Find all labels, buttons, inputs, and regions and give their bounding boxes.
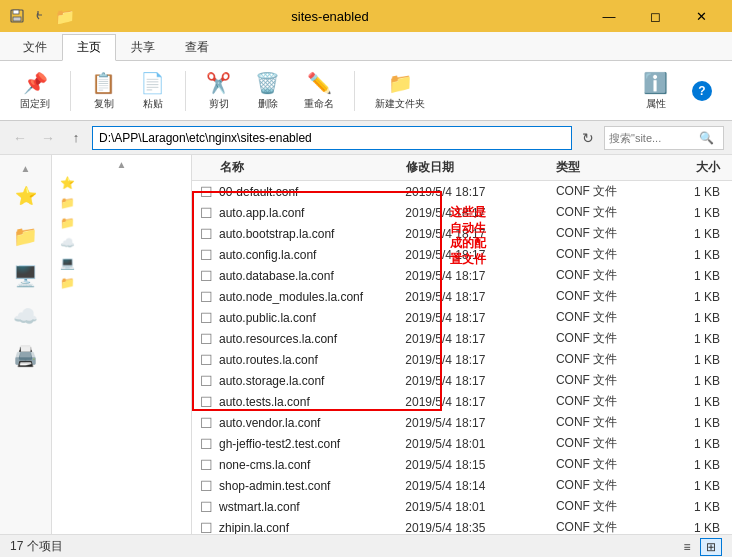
- col-header-date[interactable]: 修改日期: [398, 159, 548, 176]
- pin-button[interactable]: 📌 固定到: [12, 67, 58, 115]
- tree-item-onedrive[interactable]: ☁️: [52, 233, 191, 253]
- tree-item-2[interactable]: 📁: [52, 213, 191, 233]
- save-icon[interactable]: [8, 7, 26, 25]
- copy-icon: 📋: [91, 71, 116, 95]
- tree-item-3[interactable]: 📁: [52, 273, 191, 293]
- refresh-button[interactable]: ↻: [576, 126, 600, 150]
- list-view-button[interactable]: ≡: [676, 538, 698, 556]
- forward-button[interactable]: →: [36, 126, 60, 150]
- delete-icon: 🗑️: [255, 71, 280, 95]
- file-type: CONF 文件: [548, 288, 663, 305]
- file-type: CONF 文件: [548, 519, 663, 534]
- copy-button[interactable]: 📋 复制: [83, 67, 124, 115]
- paste-icon: 📄: [140, 71, 165, 95]
- sidebar-item-star[interactable]: ⭐: [6, 178, 46, 214]
- table-row[interactable]: ☐ 00-default.conf 2019/5/4 18:17 CONF 文件…: [192, 181, 732, 202]
- table-row[interactable]: ☐ zhipin.la.conf 2019/5/4 18:35 CONF 文件 …: [192, 517, 732, 534]
- file-type: CONF 文件: [548, 414, 663, 431]
- sidebar-item-folder[interactable]: 📁: [6, 218, 46, 254]
- sidebar-item-printer[interactable]: 🖨️: [6, 338, 46, 374]
- undo-icon[interactable]: [32, 7, 50, 25]
- status-bar: 17 个项目 ≡ ⊞: [0, 534, 732, 557]
- table-row[interactable]: ☐ auto.tests.la.conf 2019/5/4 18:17 CONF…: [192, 391, 732, 412]
- table-row[interactable]: ☐ wstmart.la.conf 2019/5/4 18:01 CONF 文件…: [192, 496, 732, 517]
- tree-scroll-up-btn[interactable]: ▲: [52, 155, 191, 173]
- sidebar-item-computer[interactable]: 🖥️: [6, 258, 46, 294]
- tree-item-1[interactable]: 📁: [52, 193, 191, 213]
- ribbon-divider-2: [185, 71, 186, 111]
- table-row[interactable]: ☐ none-cms.la.conf 2019/5/4 18:15 CONF 文…: [192, 454, 732, 475]
- file-type: CONF 文件: [548, 372, 663, 389]
- back-button[interactable]: ←: [8, 126, 32, 150]
- ribbon-divider-1: [70, 71, 71, 111]
- search-input[interactable]: [605, 132, 695, 144]
- file-icon: ☐: [200, 436, 213, 452]
- newfolder-button[interactable]: 📁 新建文件夹: [367, 67, 433, 115]
- table-row[interactable]: ☐ auto.storage.la.conf 2019/5/4 18:17 CO…: [192, 370, 732, 391]
- table-row[interactable]: ☐ auto.database.la.conf 2019/5/4 18:17 C…: [192, 265, 732, 286]
- file-date: 2019/5/4 18:17: [397, 227, 548, 241]
- newfolder-label: 新建文件夹: [375, 97, 425, 111]
- paste-button[interactable]: 📄 粘贴: [132, 67, 173, 115]
- tab-view[interactable]: 查看: [170, 34, 224, 60]
- file-size: 1 KB: [663, 395, 732, 409]
- file-name: auto.config.la.conf: [219, 248, 397, 262]
- file-icon: ☐: [200, 415, 213, 431]
- file-name: auto.resources.la.conf: [219, 332, 397, 346]
- file-type: CONF 文件: [548, 456, 663, 473]
- window-controls: — ◻ ✕: [586, 0, 724, 32]
- col-header-size[interactable]: 大小: [663, 159, 732, 176]
- file-type: CONF 文件: [548, 393, 663, 410]
- table-row[interactable]: ☐ shop-admin.test.conf 2019/5/4 18:14 CO…: [192, 475, 732, 496]
- address-input[interactable]: [92, 126, 572, 150]
- minimize-button[interactable]: —: [586, 0, 632, 32]
- table-row[interactable]: ☐ auto.resources.la.conf 2019/5/4 18:17 …: [192, 328, 732, 349]
- table-row[interactable]: ☐ auto.routes.la.conf 2019/5/4 18:17 CON…: [192, 349, 732, 370]
- file-icon: ☐: [200, 478, 213, 494]
- table-row[interactable]: ☐ auto.config.la.conf 2019/5/4 18:17 CON…: [192, 244, 732, 265]
- tab-share[interactable]: 共享: [116, 34, 170, 60]
- sidebar-scroll-up[interactable]: ▲: [21, 163, 31, 174]
- tab-file[interactable]: 文件: [8, 34, 62, 60]
- file-name: auto.public.la.conf: [219, 311, 397, 325]
- file-size: 1 KB: [663, 185, 732, 199]
- rename-button[interactable]: ✏️ 重命名: [296, 67, 342, 115]
- properties-button[interactable]: ℹ️ 属性: [635, 67, 676, 115]
- tab-home[interactable]: 主页: [62, 34, 116, 61]
- restore-button[interactable]: ◻: [632, 0, 678, 32]
- col-header-name[interactable]: 名称: [192, 159, 398, 176]
- detail-view-button[interactable]: ⊞: [700, 538, 722, 556]
- help-button[interactable]: ?: [684, 77, 720, 105]
- close-button[interactable]: ✕: [678, 0, 724, 32]
- table-row[interactable]: ☐ auto.public.la.conf 2019/5/4 18:17 CON…: [192, 307, 732, 328]
- pc-icon: 💻: [60, 256, 75, 270]
- file-icon: ☐: [200, 394, 213, 410]
- cut-button[interactable]: ✂️ 剪切: [198, 67, 239, 115]
- file-type: CONF 文件: [548, 183, 663, 200]
- col-header-type[interactable]: 类型: [548, 159, 663, 176]
- file-date: 2019/5/4 18:17: [397, 248, 548, 262]
- table-row[interactable]: ☐ auto.app.la.conf 2019/5/4 18:17 CONF 文…: [192, 202, 732, 223]
- delete-button[interactable]: 🗑️ 删除: [247, 67, 288, 115]
- file-date: 2019/5/4 18:17: [397, 290, 548, 304]
- file-date: 2019/5/4 18:14: [397, 479, 548, 493]
- file-name: auto.bootstrap.la.conf: [219, 227, 397, 241]
- table-row[interactable]: ☐ auto.node_modules.la.conf 2019/5/4 18:…: [192, 286, 732, 307]
- cut-label: 剪切: [209, 97, 229, 111]
- file-icon: ☐: [200, 457, 213, 473]
- tree-item-star[interactable]: ⭐: [52, 173, 191, 193]
- search-icon[interactable]: 🔍: [695, 127, 717, 149]
- file-size: 1 KB: [663, 479, 732, 493]
- file-name: auto.node_modules.la.conf: [219, 290, 397, 304]
- up-button[interactable]: ↑: [64, 126, 88, 150]
- newfolder-icon: 📁: [388, 71, 413, 95]
- sidebar-item-cloud[interactable]: ☁️: [6, 298, 46, 334]
- table-row[interactable]: ☐ auto.bootstrap.la.conf 2019/5/4 18:17 …: [192, 223, 732, 244]
- table-row[interactable]: ☐ gh-jeffio-test2.test.conf 2019/5/4 18:…: [192, 433, 732, 454]
- tree-folder-icon-1: 📁: [60, 196, 75, 210]
- tree-folder-icon-3: 📁: [60, 276, 75, 290]
- help-icon: ?: [692, 81, 712, 101]
- tree-item-pc[interactable]: 💻: [52, 253, 191, 273]
- file-icon: ☐: [200, 268, 213, 284]
- table-row[interactable]: ☐ auto.vendor.la.conf 2019/5/4 18:17 CON…: [192, 412, 732, 433]
